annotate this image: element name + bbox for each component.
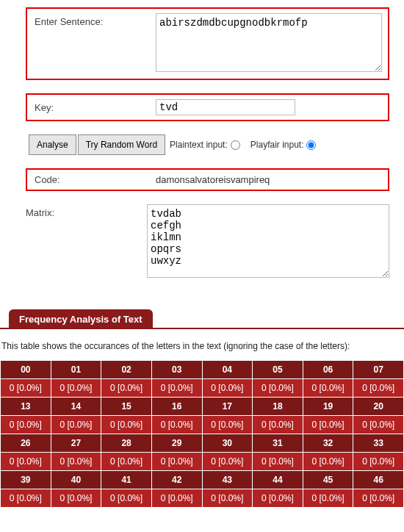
freq-val-cell: 0 [0.0%] — [303, 453, 353, 471]
random-word-button[interactable]: Try Random Word — [78, 134, 165, 155]
key-label: Key: — [35, 99, 156, 113]
freq-head-cell: 42 — [151, 471, 202, 489]
freq-val-cell: 0 [0.0%] — [1, 416, 51, 434]
analyse-button[interactable]: Analyse — [29, 134, 76, 155]
freq-head-cell: 18 — [253, 398, 303, 416]
sentence-label: Enter Sentence: — [35, 13, 156, 27]
freq-val-cell: 0 [0.0%] — [101, 453, 152, 471]
freq-head-cell: 30 — [202, 434, 253, 453]
freq-head-cell: 29 — [151, 434, 202, 453]
freq-val-cell: 0 [0.0%] — [353, 453, 404, 471]
freq-head-cell: 06 — [303, 361, 353, 379]
sentence-row: Enter Sentence: — [26, 7, 389, 80]
freq-head-cell: 41 — [101, 471, 152, 489]
sentence-input[interactable] — [156, 13, 382, 72]
freq-head-cell: 44 — [253, 471, 303, 489]
freq-head-cell: 07 — [353, 361, 404, 379]
freq-head-cell: 20 — [353, 398, 404, 416]
freq-head-cell: 19 — [303, 398, 353, 416]
freq-head-cell: 13 — [1, 398, 51, 416]
freq-desc: This table shows the occurances of the l… — [0, 341, 404, 351]
freq-val-cell: 0 [0.0%] — [303, 489, 353, 508]
freq-head-cell: 14 — [51, 398, 101, 416]
freq-val-cell: 0 [0.0%] — [1, 489, 51, 508]
freq-val-cell: 0 [0.0%] — [253, 453, 303, 471]
playfair-radio[interactable] — [306, 140, 316, 150]
freq-val-cell: 0 [0.0%] — [202, 379, 253, 398]
freq-head-cell: 32 — [303, 434, 353, 453]
freq-val-cell: 0 [0.0%] — [253, 416, 303, 434]
freq-head-cell: 05 — [253, 361, 303, 379]
freq-val-cell: 0 [0.0%] — [51, 453, 101, 471]
freq-head-cell: 31 — [253, 434, 303, 453]
freq-val-cell: 0 [0.0%] — [353, 379, 404, 398]
freq-val-cell: 0 [0.0%] — [202, 416, 253, 434]
freq-head-cell: 01 — [51, 361, 101, 379]
freq-head-cell: 03 — [151, 361, 202, 379]
freq-val-cell: 0 [0.0%] — [51, 416, 101, 434]
freq-val-cell: 0 [0.0%] — [303, 379, 353, 398]
freq-head-cell: 45 — [303, 471, 353, 489]
plaintext-label: Plaintext input: — [170, 140, 228, 150]
freq-head-cell: 04 — [202, 361, 253, 379]
freq-val-cell: 0 [0.0%] — [353, 416, 404, 434]
freq-val-cell: 0 [0.0%] — [353, 489, 404, 508]
code-value: damonsalvatoreisvampireq — [156, 174, 270, 185]
matrix-input[interactable] — [147, 204, 389, 278]
freq-val-cell: 0 [0.0%] — [151, 416, 202, 434]
freq-head-cell: 43 — [202, 471, 253, 489]
freq-val-cell: 0 [0.0%] — [51, 379, 101, 398]
freq-val-cell: 0 [0.0%] — [151, 489, 202, 508]
freq-val-cell: 0 [0.0%] — [253, 379, 303, 398]
freq-head-cell: 02 — [101, 361, 152, 379]
freq-header: Frequency Analysis of Text — [9, 309, 153, 329]
matrix-label: Matrix: — [26, 204, 147, 218]
freq-head-cell: 17 — [202, 398, 253, 416]
freq-val-cell: 0 [0.0%] — [101, 416, 152, 434]
freq-head-cell: 39 — [1, 471, 51, 489]
freq-val-cell: 0 [0.0%] — [202, 453, 253, 471]
key-input[interactable] — [156, 99, 295, 115]
freq-head-cell: 33 — [353, 434, 404, 453]
freq-head-cell: 00 — [1, 361, 51, 379]
freq-val-cell: 0 [0.0%] — [151, 453, 202, 471]
freq-val-cell: 0 [0.0%] — [253, 489, 303, 508]
freq-val-cell: 0 [0.0%] — [51, 489, 101, 508]
freq-val-cell: 0 [0.0%] — [1, 379, 51, 398]
freq-val-cell: 0 [0.0%] — [151, 379, 202, 398]
freq-head-cell: 15 — [101, 398, 152, 416]
button-row: Analyse Try Random Word Plaintext input:… — [26, 134, 389, 155]
freq-val-cell: 0 [0.0%] — [202, 489, 253, 508]
code-label: Code: — [35, 174, 156, 185]
freq-head-cell: 16 — [151, 398, 202, 416]
freq-head-cell: 46 — [353, 471, 404, 489]
freq-val-cell: 0 [0.0%] — [1, 453, 51, 471]
freq-val-cell: 0 [0.0%] — [101, 489, 152, 508]
key-row: Key: — [26, 93, 389, 121]
freq-head-cell: 27 — [51, 434, 101, 453]
matrix-row: Matrix: — [26, 204, 389, 280]
freq-val-cell: 0 [0.0%] — [303, 416, 353, 434]
freq-table: 00010203040506070 [0.0%]0 [0.0%]0 [0.0%]… — [0, 360, 404, 508]
code-row: Code: damonsalvatoreisvampireq — [26, 168, 389, 191]
playfair-label: Playfair input: — [250, 140, 304, 150]
freq-val-cell: 0 [0.0%] — [101, 379, 152, 398]
freq-head-cell: 28 — [101, 434, 152, 453]
plaintext-radio[interactable] — [231, 140, 240, 150]
freq-head-cell: 26 — [1, 434, 51, 453]
freq-head-cell: 40 — [51, 471, 101, 489]
